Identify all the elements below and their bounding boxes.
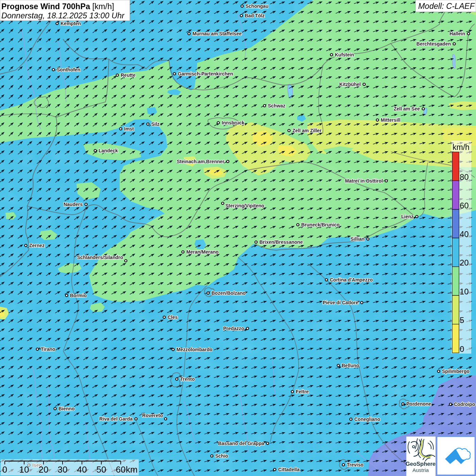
svg-text:km/h: km/h: [453, 143, 470, 152]
svg-text:Reutte: Reutte: [121, 72, 136, 78]
svg-text:Brixen/Bressanone: Brixen/Bressanone: [259, 239, 303, 245]
svg-text:Landeck: Landeck: [99, 148, 118, 153]
svg-text:Nauders: Nauders: [64, 202, 83, 207]
svg-text:Steinach am Brenner: Steinach am Brenner: [177, 159, 225, 164]
svg-text:Zernez: Zernez: [29, 243, 45, 248]
svg-text:Pieve di Cadore: Pieve di Cadore: [323, 300, 358, 305]
svg-text:Imst: Imst: [124, 126, 134, 132]
svg-text:Feltre: Feltre: [296, 389, 309, 394]
svg-text:Bienno: Bienno: [58, 406, 74, 411]
svg-text:Matrei in Osttirol: Matrei in Osttirol: [345, 178, 383, 184]
svg-text:Rovereto: Rovereto: [142, 413, 163, 418]
svg-text:Schwaz: Schwaz: [268, 103, 285, 108]
svg-text:10: 10: [460, 287, 469, 296]
svg-text:Prognose Wind 700hPa [km/h]: Prognose Wind 700hPa [km/h]: [1, 2, 114, 11]
svg-text:Kitzbühel: Kitzbühel: [339, 82, 361, 87]
svg-text:5: 5: [460, 316, 464, 325]
svg-text:Donnerstag, 18.12.2025 13:00 U: Donnerstag, 18.12.2025 13:00 Uhr: [1, 11, 125, 20]
svg-text:Innsbruck: Innsbruck: [222, 120, 244, 125]
svg-text:Mezzolombardo: Mezzolombardo: [176, 347, 213, 352]
svg-text:80: 80: [460, 172, 469, 182]
svg-text:0: 0: [460, 344, 464, 354]
svg-text:Belluno: Belluno: [342, 363, 359, 368]
svg-text:Bassano del Grappa: Bassano del Grappa: [218, 441, 265, 446]
svg-text:40: 40: [77, 464, 87, 475]
svg-text:Modell: C-LAEF: Modell: C-LAEF: [418, 2, 475, 11]
svg-text:Kufstein: Kufstein: [335, 52, 354, 57]
svg-text:Garmisch-Partenkirchen: Garmisch-Partenkirchen: [178, 71, 233, 76]
svg-text:Zell am See: Zell am See: [394, 106, 420, 112]
svg-text:Bozen/Bolzano: Bozen/Bolzano: [211, 290, 245, 296]
svg-text:Conegliano: Conegliano: [354, 417, 380, 422]
svg-text:Trento: Trento: [180, 376, 195, 382]
svg-text:Sterzing/Vipiteno: Sterzing/Vipiteno: [225, 203, 264, 208]
svg-text:30: 30: [58, 464, 68, 475]
svg-text:Hallein: Hallein: [449, 31, 465, 36]
svg-text:Mittersill: Mittersill: [381, 117, 401, 123]
svg-text:Kempten: Kempten: [61, 21, 81, 26]
svg-text:Berchtesgaden: Berchtesgaden: [417, 41, 451, 47]
svg-text:Sonthofen: Sonthofen: [57, 67, 80, 72]
svg-text:Schio: Schio: [215, 453, 228, 459]
svg-text:Lienz: Lienz: [401, 214, 413, 219]
svg-text:Treviso: Treviso: [347, 462, 363, 468]
svg-text:Bad Tölz: Bad Tölz: [245, 13, 265, 18]
svg-text:Cittadella: Cittadella: [278, 467, 300, 472]
svg-text:10: 10: [19, 464, 29, 475]
svg-text:50: 50: [97, 464, 106, 475]
svg-text:40: 40: [460, 230, 469, 239]
svg-text:60: 60: [116, 464, 126, 475]
svg-text:Austria: Austria: [412, 467, 429, 473]
svg-text:Schlanders/Silandro: Schlanders/Silandro: [77, 255, 123, 260]
svg-text:20: 20: [39, 464, 49, 475]
svg-text:Bruneck/Brunico: Bruneck/Brunico: [301, 222, 340, 227]
svg-text:Pordenone: Pordenone: [406, 401, 431, 407]
svg-text:Silz: Silz: [151, 121, 159, 127]
svg-text:GeoSphere: GeoSphere: [406, 461, 436, 467]
svg-text:Cortina d'Ampezzo: Cortina d'Ampezzo: [330, 277, 373, 283]
svg-text:60: 60: [460, 201, 469, 210]
svg-text:Riva del Garda: Riva del Garda: [99, 416, 133, 422]
svg-text:Meran/Merano: Meran/Merano: [186, 249, 219, 255]
svg-text:Sillian: Sillian: [351, 236, 364, 242]
svg-text:Codroipo: Codroipo: [454, 402, 475, 407]
svg-text:Tirano: Tirano: [41, 346, 55, 352]
svg-text:Spilimbergo: Spilimbergo: [442, 369, 470, 374]
svg-text:Bormio: Bormio: [70, 293, 87, 298]
svg-text:Schongau: Schongau: [245, 3, 269, 9]
svg-text:Cles: Cles: [168, 314, 178, 320]
svg-text:km: km: [126, 464, 138, 475]
svg-text:Predazzo: Predazzo: [223, 326, 244, 331]
svg-text:20: 20: [460, 258, 469, 267]
svg-text:Zell am Ziller: Zell am Ziller: [292, 128, 322, 133]
svg-text:0: 0: [2, 464, 7, 475]
svg-text:Murnau am Staffelsee: Murnau am Staffelsee: [192, 31, 242, 36]
